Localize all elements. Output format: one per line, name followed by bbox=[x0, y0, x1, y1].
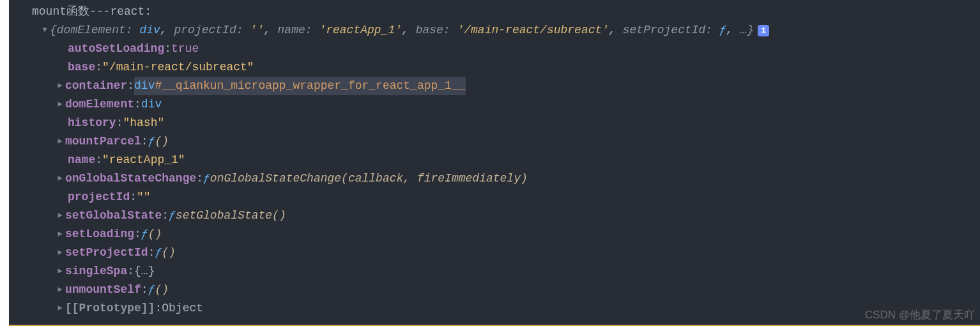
prop-onGlobalStateChange[interactable]: onGlobalStateChange: ƒ onGlobalStateChan… bbox=[0, 169, 980, 188]
prop-unmountSelf[interactable]: unmountSelf: ƒ () bbox=[0, 281, 980, 299]
chevron-right-icon[interactable] bbox=[56, 169, 64, 188]
chevron-right-icon[interactable] bbox=[56, 132, 64, 151]
console-output: mount函数---react: { domElement: div , pro… bbox=[0, 0, 980, 318]
object-summary[interactable]: { domElement: div , projectId: '' , name… bbox=[0, 21, 980, 40]
prop-setLoading[interactable]: setLoading: ƒ () bbox=[0, 225, 980, 244]
prop-mountParcel[interactable]: mountParcel: ƒ () bbox=[0, 132, 980, 151]
prop-singleSpa[interactable]: singleSpa: {…} bbox=[0, 262, 980, 281]
chevron-right-icon[interactable] bbox=[56, 225, 64, 244]
prop-name[interactable]: name: "reactApp_1" bbox=[0, 151, 980, 169]
prop-autoSetLoading[interactable]: autoSetLoading: true bbox=[0, 40, 980, 58]
log-line: mount函数---react: bbox=[0, 3, 980, 21]
chevron-right-icon[interactable] bbox=[56, 206, 64, 225]
log-prefix: mount函数---react: bbox=[32, 3, 151, 21]
prop-base[interactable]: base: "/main-react/subreact" bbox=[0, 58, 980, 77]
prop-history[interactable]: history: "hash" bbox=[0, 114, 980, 132]
chevron-right-icon[interactable] bbox=[56, 77, 64, 95]
chevron-right-icon[interactable] bbox=[56, 95, 64, 114]
prop-setGlobalState[interactable]: setGlobalState: ƒ setGlobalState() bbox=[0, 206, 980, 225]
chevron-right-icon[interactable] bbox=[56, 299, 64, 318]
prop-prototype[interactable]: [[Prototype]]: Object bbox=[0, 299, 980, 318]
prop-projectId[interactable]: projectId: "" bbox=[0, 188, 980, 206]
prop-domElement[interactable]: domElement: div bbox=[0, 95, 980, 114]
chevron-right-icon[interactable] bbox=[56, 244, 64, 262]
chevron-right-icon[interactable] bbox=[56, 281, 64, 299]
info-icon[interactable]: i bbox=[758, 25, 769, 36]
chevron-right-icon[interactable] bbox=[56, 262, 64, 281]
left-gutter bbox=[0, 0, 9, 326]
prop-setProjectId[interactable]: setProjectId: ƒ () bbox=[0, 244, 980, 262]
prop-container[interactable]: container: div#__qiankun_microapp_wrappe… bbox=[0, 77, 980, 95]
watermark: CSDN @他夏了夏天吖 bbox=[865, 307, 975, 322]
chevron-down-icon[interactable] bbox=[41, 21, 49, 40]
